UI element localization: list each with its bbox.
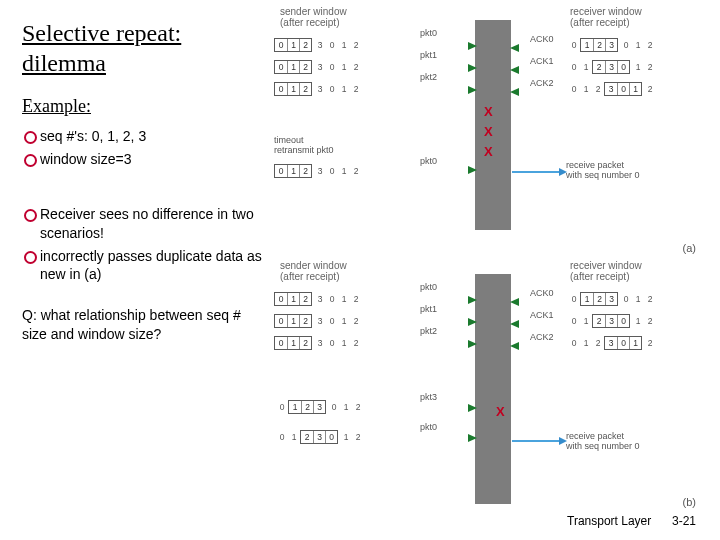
channel-bar xyxy=(475,274,511,504)
scenario-label-a: (a) xyxy=(683,242,696,254)
pkt-label: pkt0 xyxy=(420,156,437,166)
sender-window: 0 1 2 xyxy=(274,336,312,350)
ack-label: ACK2 xyxy=(530,332,554,342)
channel-bar xyxy=(475,20,511,230)
arrow-left-icon xyxy=(510,88,519,96)
receiver-window: 3 0 1 xyxy=(604,336,642,350)
arrow-right-icon xyxy=(468,296,477,304)
arrow-right-icon xyxy=(468,340,477,348)
arrow-left-icon xyxy=(510,320,519,328)
ack-label: ACK1 xyxy=(530,310,554,320)
sender-window: 1 2 3 xyxy=(288,400,326,414)
pkt-label: pkt0 xyxy=(420,28,437,38)
bullet-item: incorrectly passes duplicate data as new… xyxy=(22,247,262,285)
arrow-left-icon xyxy=(510,66,519,74)
receiver-window: 2 3 0 xyxy=(592,60,630,74)
sender-header: sender window (after receipt) xyxy=(280,260,347,282)
pkt-label: pkt2 xyxy=(420,72,437,82)
pkt-label: pkt0 xyxy=(420,422,437,432)
loss-x-icon: X xyxy=(484,104,493,119)
sender-header: sender window (after receipt) xyxy=(280,6,347,28)
arrow-right-icon xyxy=(468,86,477,94)
arrow-right-icon xyxy=(468,318,477,326)
arrow-right-icon xyxy=(468,434,477,442)
ack-label: ACK1 xyxy=(530,56,554,66)
arrow-left-icon xyxy=(510,342,519,350)
sender-window: 0 1 2 xyxy=(274,60,312,74)
slide-title: Selective repeat: dilemma xyxy=(22,18,262,78)
arrow-right-icon xyxy=(468,42,477,50)
sender-window: 0 1 2 xyxy=(274,38,312,52)
receiver-window: 1 2 3 xyxy=(580,38,618,52)
receive-label: receive packet with seq number 0 xyxy=(566,432,640,452)
arrow-right-icon xyxy=(468,404,477,412)
sender-window: 0 1 2 xyxy=(274,292,312,306)
loss-x-icon: X xyxy=(484,144,493,159)
timeout-label: timeout retransmit pkt0 xyxy=(274,136,334,156)
pkt-label: pkt1 xyxy=(420,304,437,314)
loss-x-icon: X xyxy=(496,404,505,419)
ack-label: ACK0 xyxy=(530,288,554,298)
receiver-header: receiver window (after receipt) xyxy=(570,6,642,28)
bullet-item: Receiver sees no difference in two scena… xyxy=(22,205,262,243)
deliver-arrow xyxy=(512,440,560,442)
deliver-arrow xyxy=(512,171,560,173)
receiver-window: 3 0 1 xyxy=(604,82,642,96)
bullet-item: window size=3 xyxy=(22,150,262,169)
pkt-label: pkt3 xyxy=(420,392,437,402)
sender-window: 2 3 0 xyxy=(300,430,338,444)
pkt-label: pkt0 xyxy=(420,282,437,292)
arrow-left-icon xyxy=(510,44,519,52)
arrow-right-icon xyxy=(468,64,477,72)
bullet-item: seq #'s: 0, 1, 2, 3 xyxy=(22,127,262,146)
footer-page-number: 3-21 xyxy=(672,514,696,528)
sender-window: 0 1 2 xyxy=(274,82,312,96)
scenario-label-b: (b) xyxy=(683,496,696,508)
pkt-label: pkt2 xyxy=(420,326,437,336)
slide-footer: Transport Layer 3-21 xyxy=(567,514,696,528)
title-line-1: Selective repeat: xyxy=(22,20,181,46)
pkt-label: pkt1 xyxy=(420,50,437,60)
ack-label: ACK0 xyxy=(530,34,554,44)
sender-window: 0 1 2 xyxy=(274,164,312,178)
receiver-window: 2 3 0 xyxy=(592,314,630,328)
bullet-group-a: seq #'s: 0, 1, 2, 3 window size=3 xyxy=(22,127,262,169)
example-heading: Example: xyxy=(22,96,262,117)
bullet-group-b: Receiver sees no difference in two scena… xyxy=(22,205,262,285)
ack-label: ACK2 xyxy=(530,78,554,88)
arrow-left-icon xyxy=(510,298,519,306)
sender-window: 0 1 2 xyxy=(274,314,312,328)
receive-label: receive packet with seq number 0 xyxy=(566,161,640,181)
question-text: Q: what relationship between seq # size … xyxy=(22,306,262,344)
receiver-header: receiver window (after receipt) xyxy=(570,260,642,282)
diagram-scenario-b: sender window (after receipt) receiver w… xyxy=(270,260,700,510)
diagram-scenario-a: sender window (after receipt) receiver w… xyxy=(270,6,700,256)
receiver-window: 1 2 3 xyxy=(580,292,618,306)
title-line-2: dilemma xyxy=(22,50,106,76)
arrow-right-icon xyxy=(468,166,477,174)
footer-section: Transport Layer xyxy=(567,514,651,528)
loss-x-icon: X xyxy=(484,124,493,139)
